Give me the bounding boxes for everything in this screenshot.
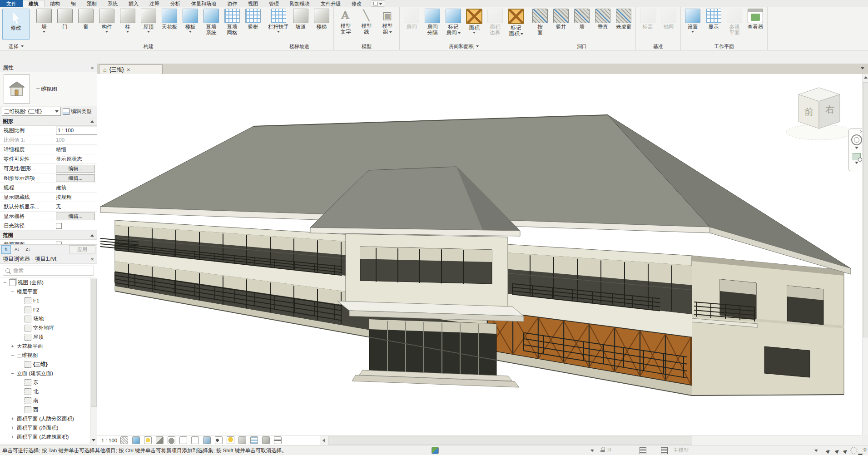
show-crop-icon[interactable] — [191, 436, 199, 444]
close-icon[interactable]: × — [127, 67, 130, 73]
property-value[interactable]: 编辑... — [53, 164, 97, 173]
shaft-opening-button[interactable]: 竖井 — [551, 7, 571, 30]
checkbox[interactable] — [56, 223, 62, 229]
vertical-scrollbar-thumb[interactable] — [863, 82, 868, 337]
ribbon-tab-分析[interactable]: 分析 — [165, 0, 186, 7]
property-value[interactable]: 无 — [53, 202, 97, 211]
constraints-icon[interactable] — [274, 436, 282, 444]
edit-button[interactable]: 编辑... — [56, 165, 95, 173]
wall-opening-button[interactable]: 墙 — [571, 7, 592, 30]
search-input[interactable] — [12, 267, 91, 274]
editing-requests-icon[interactable] — [600, 447, 605, 452]
type-preview[interactable]: 三维视图 — [0, 72, 97, 106]
file-menu-button[interactable]: 文件 — [0, 0, 23, 7]
close-icon[interactable]: × — [90, 65, 94, 71]
close-icon[interactable]: × — [90, 256, 94, 262]
render-icon[interactable] — [168, 436, 175, 444]
property-value[interactable]: 精细 — [53, 145, 97, 154]
model-text-button[interactable]: A模型文字 — [335, 7, 356, 35]
horizontal-scrollbar[interactable] — [320, 435, 862, 445]
ceiling-button[interactable]: 天花板 — [159, 7, 180, 30]
zoom-region-icon[interactable] — [853, 153, 861, 160]
visual-style-icon[interactable] — [132, 436, 140, 444]
steering-wheel-icon[interactable] — [851, 134, 862, 145]
value-input[interactable]: 1 : 100 — [56, 127, 99, 134]
scroll-up-button[interactable] — [863, 74, 868, 81]
worksets-icon[interactable] — [432, 447, 439, 454]
dormer-opening-button[interactable]: 老虎窗 — [613, 7, 634, 30]
tree-expander-icon[interactable]: − — [10, 371, 15, 376]
chevron-down-icon[interactable] — [814, 450, 818, 452]
chevron-down-icon[interactable] — [590, 450, 594, 452]
tree-expander-icon[interactable]: + — [10, 426, 15, 430]
tab-list-chevron-icon[interactable] — [861, 67, 864, 69]
ribbon-panel-label[interactable]: 房间和面积 — [401, 43, 526, 50]
wall-button[interactable]: 墙 — [34, 7, 55, 33]
chevron-down-icon[interactable] — [855, 162, 858, 164]
tree-item-屋顶[interactable]: 屋顶 — [0, 332, 90, 341]
temporary-hide-isolate-icon[interactable] — [215, 436, 223, 444]
tree-item-南[interactable]: 南 — [0, 396, 90, 405]
tree-expander-icon[interactable]: − — [10, 290, 15, 294]
ribbon-tab-文件升级[interactable]: 文件升级 — [315, 0, 346, 7]
tag-area-button[interactable]: 标记面积 — [506, 7, 526, 37]
scroll-left-button[interactable] — [320, 438, 327, 443]
tree-item-三维视图[interactable]: −三维视图 — [0, 351, 90, 360]
drag-elements-icon[interactable] — [850, 447, 858, 454]
temporary-view-properties-icon[interactable] — [238, 436, 246, 444]
edit-type-button[interactable]: 编辑类型 — [63, 108, 92, 115]
select-links-icon[interactable]: ▶ — [824, 445, 833, 455]
lock-3d-view-icon[interactable] — [203, 436, 211, 444]
thin-lines-icon[interactable] — [120, 436, 128, 444]
select-underlay-icon[interactable]: ▶ — [833, 445, 843, 455]
property-value[interactable]: 编辑... — [53, 173, 97, 183]
tree-item-F2[interactable]: F2 — [0, 305, 90, 314]
ramp-button[interactable]: 坡道 — [290, 7, 311, 30]
edit-button[interactable]: 编辑... — [56, 213, 95, 220]
tree-scroll-down-button[interactable] — [90, 437, 97, 444]
tree-expander-icon[interactable]: + — [10, 435, 15, 439]
viewcube[interactable]: 前 右 — [783, 81, 855, 149]
horizontal-scrollbar-thumb[interactable] — [328, 436, 692, 445]
tree-item-面积平面 (净面积)[interactable]: +面积平面 (净面积) — [0, 423, 90, 432]
vertical-opening-button[interactable]: 垂直 — [592, 7, 613, 30]
chevron-down-icon[interactable] — [855, 147, 858, 149]
room-separator-button[interactable]: 房间分隔 — [422, 7, 443, 36]
ribbon-tab-预制[interactable]: 预制 — [81, 0, 102, 7]
main-model-icon[interactable] — [661, 447, 668, 454]
show-workplane-button[interactable]: 显示 — [703, 7, 724, 30]
sort-ascending-icon[interactable]: A↓ — [12, 245, 22, 254]
tag-room-button[interactable]: 标记房间 — [443, 7, 464, 36]
property-value[interactable]: 显示原状态 — [53, 154, 97, 163]
sort-groups-icon[interactable]: ⇅ — [1, 245, 11, 254]
modify-cursor-button[interactable]: 修改 — [2, 9, 30, 40]
viewer-button[interactable]: 查看器 — [745, 7, 766, 30]
ribbon-tab-修改[interactable]: 修改 — [346, 0, 367, 7]
railing-button[interactable]: 栏杆扶手 — [267, 7, 290, 33]
view-tab[interactable]: ⌂ {三维} × — [99, 64, 163, 74]
ribbon-tab-体量和场地[interactable]: 体量和场地 — [186, 0, 222, 7]
displace-elements-icon[interactable] — [262, 436, 270, 444]
tree-expander-icon[interactable]: + — [10, 344, 15, 348]
ribbon-tab-附加模块[interactable]: 附加模块 — [284, 0, 315, 7]
tree-item-楼层平面[interactable]: −楼层平面 — [0, 287, 90, 296]
tree-item-场地[interactable]: 场地 — [0, 314, 90, 323]
column-button[interactable]: 柱 — [117, 7, 138, 33]
tree-item-室外地坪[interactable]: 室外地坪 — [0, 323, 90, 332]
ribbon-tab-结构[interactable]: 结构 — [45, 0, 65, 7]
window-button[interactable]: 窗 — [75, 7, 96, 30]
ribbon-panel-label[interactable]: 选择 — [1, 43, 30, 50]
tree-item-F1[interactable]: F1 — [0, 296, 90, 305]
property-value[interactable]: 1 : 100 — [53, 126, 99, 135]
tree-item-东[interactable]: 东 — [0, 378, 90, 387]
component-button[interactable]: 构件 — [96, 7, 117, 33]
tree-item-{三维}[interactable]: {三维} — [0, 360, 90, 369]
section-header-图形[interactable]: 图形 — [0, 117, 97, 126]
tree-expander-icon[interactable]: − — [10, 353, 15, 357]
ribbon-tab-插入[interactable]: 插入 — [123, 0, 144, 7]
tree-scrollbar-thumb[interactable] — [91, 279, 97, 407]
opening-by-face-button[interactable]: 按面 — [530, 7, 551, 36]
ribbon-tab-注释[interactable]: 注释 — [144, 0, 165, 7]
drawing-area[interactable]: 前 右 ✕ — [97, 74, 862, 435]
section-header-范围[interactable]: 范围 — [0, 231, 97, 240]
